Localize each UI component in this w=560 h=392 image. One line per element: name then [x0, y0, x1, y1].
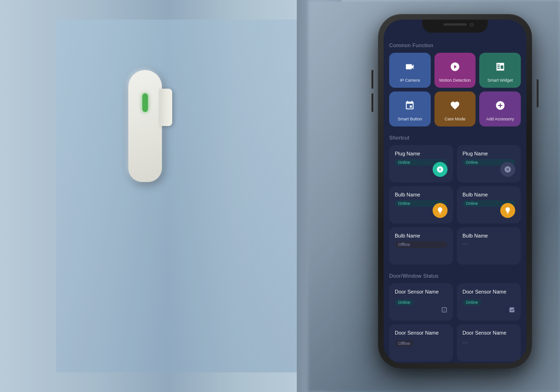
add-accessory-tile[interactable]: Add Accessory: [479, 91, 521, 126]
phone-front-camera: [470, 23, 474, 27]
plug-1-icon: [433, 162, 448, 177]
door-sensor-device: [128, 70, 170, 191]
care-mode-icon: [448, 98, 462, 113]
shortcut-bulb-4[interactable]: Bulb Name ⋯: [457, 227, 521, 265]
phone-speaker: [443, 23, 467, 26]
shortcut-label: Shortcut: [389, 135, 521, 140]
bulb-4-loading: ⋯: [462, 241, 515, 247]
door-1-icon: [441, 307, 448, 315]
motion-detection-label: Motion Detection: [439, 78, 471, 83]
ip-camera-icon: [402, 59, 417, 74]
add-accessory-label: Add Accessory: [486, 117, 514, 122]
phone-notch: [422, 20, 488, 33]
door-4-loading: ⋯: [462, 340, 468, 346]
motion-detection-icon: [448, 59, 462, 74]
bulb-3-status: Offline: [395, 241, 448, 248]
door-sensor-grid: Door Sensor Name Online Door Sensor Name: [389, 283, 521, 362]
door-1-status: Online: [395, 299, 413, 306]
door-window-label: Door/Window Status: [389, 273, 521, 279]
ip-camera-tile[interactable]: IP Camera: [389, 53, 431, 88]
door-4-name: Door Sensor Name: [462, 330, 515, 336]
sensor-indicator-light: [142, 93, 148, 112]
door-2-name: Door Sensor Name: [462, 289, 515, 294]
smart-button-tile[interactable]: Smart Button: [389, 91, 431, 126]
app-content[interactable]: Common Function IP Camera: [384, 34, 526, 363]
shortcut-bulb-1[interactable]: Bulb Name Online: [389, 186, 453, 224]
smart-widget-label: Smart Widget: [487, 78, 513, 83]
add-accessory-icon: [493, 98, 508, 113]
door-1-name: Door Sensor Name: [395, 289, 448, 294]
shortcut-bulb-3[interactable]: Bulb Name Offline: [389, 227, 453, 265]
door-sensor-2[interactable]: Door Sensor Name Online: [457, 283, 521, 321]
sensor-mount: [159, 89, 172, 126]
smart-button-label: Smart Button: [398, 117, 422, 122]
door-3-name: Door Sensor Name: [395, 330, 448, 336]
care-mode-tile[interactable]: Care Mode: [434, 91, 476, 126]
phone-screen: Common Function IP Camera: [384, 20, 526, 363]
sensor-body: [128, 70, 162, 182]
door-2-status: Online: [462, 299, 481, 306]
smart-widget-tile[interactable]: Smart Widget: [479, 53, 521, 88]
door-sensor-1[interactable]: Door Sensor Name Online: [389, 283, 453, 321]
plug-2-name: Plug Name: [462, 151, 515, 156]
bulb-1-name: Bulb Name: [395, 192, 448, 197]
plug-1-name: Plug Name: [395, 151, 448, 156]
common-function-label: Common Function: [389, 42, 521, 48]
motion-detection-tile[interactable]: Motion Detection: [434, 53, 476, 88]
common-function-grid: IP Camera Motion Detection: [389, 53, 521, 126]
shortcut-bulb-2[interactable]: Bulb Name Online: [457, 186, 521, 224]
phone-frame: Common Function IP Camera: [378, 14, 532, 369]
bulb-4-name: Bulb Name: [462, 233, 515, 238]
bulb-2-name: Bulb Name: [462, 192, 515, 197]
shortcut-grid: Plug Name Online Plug Name Online: [389, 145, 521, 265]
shortcut-plug-2[interactable]: Plug Name Online: [457, 145, 521, 182]
volume-up-button: [371, 70, 373, 89]
bulb-1-icon: [433, 203, 448, 218]
care-mode-label: Care Mode: [445, 117, 466, 122]
door-3-status: Offline: [395, 340, 413, 347]
bulb-3-name: Bulb Name: [395, 233, 448, 238]
door-sensor-3[interactable]: Door Sensor Name Offline: [389, 324, 453, 362]
plug-2-icon: [500, 162, 515, 177]
door-sensor-4[interactable]: Door Sensor Name ⋯: [457, 324, 521, 362]
smart-widget-icon: [493, 59, 508, 74]
bulb-2-icon: [500, 203, 515, 218]
ip-camera-label: IP Camera: [400, 78, 420, 83]
phone-mockup: Common Function IP Camera: [378, 14, 532, 369]
door-2-icon: [509, 307, 515, 315]
volume-down-button: [371, 93, 373, 112]
smart-button-icon: [402, 98, 417, 113]
shortcut-plug-1[interactable]: Plug Name Online: [389, 145, 453, 182]
power-button: [537, 79, 539, 107]
